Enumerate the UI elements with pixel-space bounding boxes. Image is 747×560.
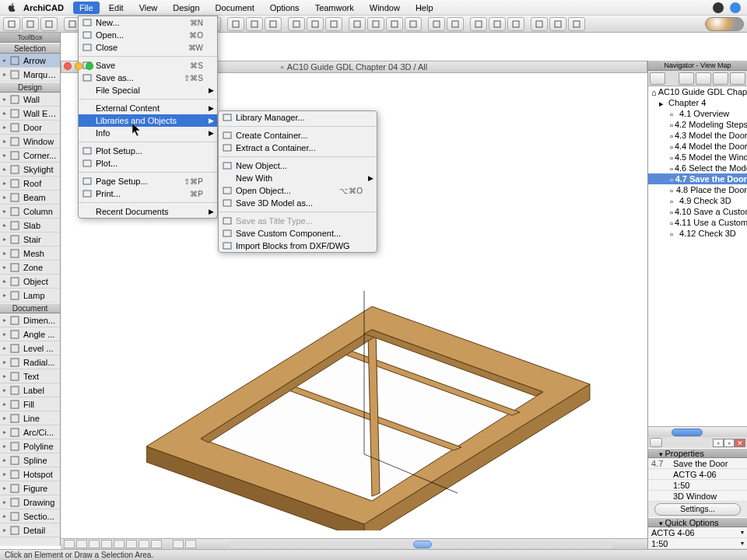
vt-10[interactable] xyxy=(185,540,196,548)
zoom-window-button[interactable] xyxy=(86,62,93,70)
tree-item[interactable]: ▫4.3 Model the Door F xyxy=(648,130,747,141)
toolbar-button[interactable] xyxy=(227,17,244,31)
toolbar-button[interactable] xyxy=(288,17,305,31)
quick-option-row[interactable]: ACTG 4-06▾ xyxy=(648,527,747,538)
menu-item-libraries-and-objects[interactable]: Libraries and Objects▶ xyxy=(79,114,217,127)
vt-7[interactable] xyxy=(139,540,149,548)
close-window-button[interactable] xyxy=(64,62,72,70)
vt-5[interactable] xyxy=(114,540,124,548)
tool-sectio-[interactable]: ▸Sectio... xyxy=(0,509,60,523)
tree-item[interactable]: ▫4.10 Save a Custom C xyxy=(648,206,747,217)
tool-arrow[interactable]: ▸Arrow xyxy=(0,54,60,68)
tool-radial-[interactable]: ▸Radial... xyxy=(0,355,60,369)
tool-detail[interactable]: ▸Detail xyxy=(0,523,60,537)
tool-lamp[interactable]: ▸Lamp xyxy=(0,289,60,303)
tool-skylight[interactable]: ▸Skylight xyxy=(0,163,60,177)
navigator-tree[interactable]: ⌂AC10 Guide GDL Chapter 04 ▸Chapter 4 ▫4… xyxy=(648,86,747,426)
tool-door[interactable]: ▸Door xyxy=(0,121,60,135)
spotlight-icon[interactable] xyxy=(730,2,741,13)
toolbar-button[interactable] xyxy=(549,17,566,31)
toolbar-button[interactable] xyxy=(22,17,39,31)
menu-item-save-d-model-as[interactable]: Save 3D Model as... xyxy=(219,197,377,209)
menu-view[interactable]: View xyxy=(133,2,164,14)
vt-9[interactable] xyxy=(173,540,184,548)
menu-file[interactable]: File xyxy=(73,2,100,14)
tool-corner-[interactable]: ▸Corner... xyxy=(0,149,60,163)
tool-arc-ci-[interactable]: ▸Arc/Ci... xyxy=(0,425,60,439)
toolbar-button[interactable] xyxy=(325,17,342,31)
tool-marquee[interactable]: ▸Marquee xyxy=(0,68,60,82)
nav-layout-book-button[interactable] xyxy=(696,72,711,85)
nav-action-2[interactable]: ▫ xyxy=(724,439,735,447)
tool-zone[interactable]: ▸Zone xyxy=(0,261,60,275)
menu-item-import-blocks-from-dxf-dwg[interactable]: Import Blocks from DXF/DWG xyxy=(219,240,377,252)
toolbar-button[interactable] xyxy=(405,17,422,31)
tool-line[interactable]: ▸Line xyxy=(0,411,60,425)
tree-item[interactable]: ▫4.12 Check 3D xyxy=(648,228,747,239)
tree-item[interactable]: ▫4.2 Modeling Steps xyxy=(648,119,747,130)
tool-angle-[interactable]: ▸Angle ... xyxy=(0,327,60,341)
nav-view-map-button[interactable] xyxy=(679,72,694,85)
toolbar-button[interactable] xyxy=(568,17,585,31)
tool-mesh[interactable]: ▸Mesh xyxy=(0,247,60,261)
quick-option-row[interactable]: 1:50▾ xyxy=(648,538,747,549)
toolbar-button[interactable] xyxy=(531,17,548,31)
tree-item[interactable]: ▫4.5 Model the Windo xyxy=(648,152,747,163)
tool-wall-end[interactable]: ▸Wall End xyxy=(0,107,60,121)
nav-action-1[interactable]: ▫ xyxy=(713,439,724,447)
tree-root[interactable]: ⌂AC10 Guide GDL Chapter 04 xyxy=(648,86,747,97)
vt-1[interactable] xyxy=(64,540,75,548)
menu-item-plot[interactable]: Plot... xyxy=(79,157,217,170)
menu-item-new[interactable]: New...⌘N xyxy=(79,16,217,29)
menu-item-open[interactable]: Open...⌘O xyxy=(79,29,217,41)
menu-edit[interactable]: Edit xyxy=(103,2,130,14)
tool-label[interactable]: ▸Label xyxy=(0,383,60,397)
menu-item-recent-documents[interactable]: Recent Documents▶ xyxy=(79,205,217,218)
tree-chapter[interactable]: ▸Chapter 4 xyxy=(648,97,747,108)
tree-item[interactable]: ▫4.11 Use a Custom D xyxy=(648,217,747,228)
toolbar-button[interactable] xyxy=(307,17,324,31)
menu-item-external-content[interactable]: External Content▶ xyxy=(79,102,217,114)
tool-beam[interactable]: ▸Beam xyxy=(0,191,60,205)
menu-item-library-manager[interactable]: Library Manager... xyxy=(219,111,377,124)
menu-teamwork[interactable]: Teamwork xyxy=(309,2,360,14)
toolbar-button[interactable] xyxy=(428,17,445,31)
tool-roof[interactable]: ▸Roof xyxy=(0,177,60,191)
quick-options-title[interactable]: ▾ Quick Options xyxy=(648,517,747,527)
menu-item-save-custom-component[interactable]: Save Custom Component... xyxy=(219,227,377,240)
menu-help[interactable]: Help xyxy=(409,2,440,14)
tree-item[interactable]: ▫4.8 Place the Door xyxy=(648,184,747,195)
user-icon[interactable] xyxy=(713,2,724,13)
toolbar-button[interactable] xyxy=(507,17,524,31)
toolbar-button[interactable] xyxy=(447,17,464,31)
toolbar-button[interactable] xyxy=(386,17,403,31)
nav-organizer-button[interactable] xyxy=(730,72,745,85)
toolbar-button[interactable] xyxy=(40,17,58,31)
properties-title[interactable]: ▾ Properties xyxy=(648,448,747,458)
vt-8[interactable] xyxy=(151,540,162,548)
nav-delete-button[interactable]: ✕ xyxy=(735,439,745,447)
nav-ok-button[interactable] xyxy=(650,438,662,447)
menu-options[interactable]: Options xyxy=(264,2,306,14)
view-scroll-thumb[interactable] xyxy=(413,541,432,548)
menu-item-create-container[interactable]: Create Container... xyxy=(219,129,377,142)
tool-hotspot[interactable]: ▸Hotspot xyxy=(0,467,60,481)
menu-item-new-object[interactable]: New Object... xyxy=(219,159,377,172)
minimize-window-button[interactable] xyxy=(75,62,82,70)
tool-polyline[interactable]: ▸Polyline xyxy=(0,439,60,453)
tool-window[interactable]: ▸Window xyxy=(0,135,60,149)
tool-dimen-[interactable]: ▸Dimen... xyxy=(0,313,60,327)
menu-item-save-as[interactable]: Save as...⇧⌘S xyxy=(79,72,217,84)
toolbar-button[interactable] xyxy=(265,17,282,31)
vt-2[interactable] xyxy=(76,540,87,548)
menu-item-print[interactable]: Print...⌘P xyxy=(79,187,217,200)
menu-item-close[interactable]: Close⌘W xyxy=(79,41,217,54)
menu-item-extract-a-container[interactable]: Extract a Container... xyxy=(219,142,377,154)
toolbar-button[interactable] xyxy=(3,17,20,31)
toolbar-button[interactable] xyxy=(367,17,384,31)
menu-item-save[interactable]: Save⌘S xyxy=(79,59,217,72)
tool-text[interactable]: ▸Text xyxy=(0,369,60,383)
tool-fill[interactable]: ▸Fill xyxy=(0,397,60,411)
menu-window[interactable]: Window xyxy=(363,2,406,14)
tree-item[interactable]: ▫4.1 Overview xyxy=(648,108,747,119)
